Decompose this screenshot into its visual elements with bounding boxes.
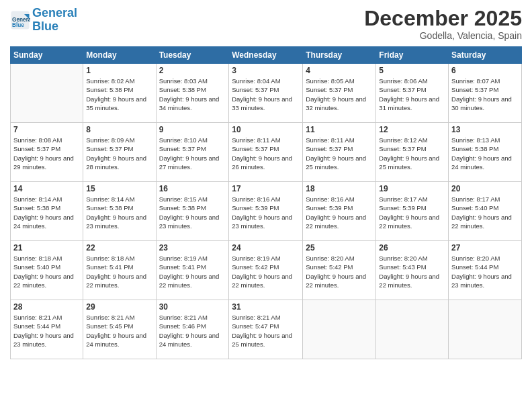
calendar-cell [449,300,522,359]
logo-icon: General Blue [10,10,30,30]
calendar-cell: 26Sunrise: 8:20 AM Sunset: 5:43 PM Dayli… [376,241,449,300]
day-info: Sunrise: 8:08 AM Sunset: 5:37 PM Dayligh… [13,136,80,171]
day-info: Sunrise: 8:16 AM Sunset: 5:39 PM Dayligh… [306,195,373,230]
day-number: 21 [13,243,80,253]
day-number: 9 [159,125,226,134]
calendar-cell: 28Sunrise: 8:21 AM Sunset: 5:44 PM Dayli… [11,300,83,359]
calendar-cell: 21Sunrise: 8:18 AM Sunset: 5:40 PM Dayli… [11,241,83,300]
day-info: Sunrise: 8:04 AM Sunset: 5:37 PM Dayligh… [232,77,300,112]
calendar-header-friday: Friday [376,47,449,64]
month-title: December 2025 [364,7,522,30]
calendar-header-row: SundayMondayTuesdayWednesdayThursdayFrid… [11,47,522,64]
day-info: Sunrise: 8:05 AM Sunset: 5:37 PM Dayligh… [306,77,373,112]
day-info: Sunrise: 8:14 AM Sunset: 5:38 PM Dayligh… [86,195,152,230]
day-number: 25 [306,243,373,253]
day-info: Sunrise: 8:17 AM Sunset: 5:40 PM Dayligh… [451,195,519,230]
day-info: Sunrise: 8:21 AM Sunset: 5:44 PM Dayligh… [13,313,80,349]
calendar-cell: 27Sunrise: 8:20 AM Sunset: 5:44 PM Dayli… [449,241,522,300]
calendar-cell: 20Sunrise: 8:17 AM Sunset: 5:40 PM Dayli… [449,182,522,241]
calendar-header-monday: Monday [83,47,156,64]
calendar-cell: 25Sunrise: 8:20 AM Sunset: 5:42 PM Dayli… [303,241,376,300]
day-info: Sunrise: 8:21 AM Sunset: 5:46 PM Dayligh… [159,313,226,349]
day-info: Sunrise: 8:20 AM Sunset: 5:42 PM Dayligh… [306,254,373,289]
calendar-cell: 19Sunrise: 8:17 AM Sunset: 5:39 PM Dayli… [376,182,449,241]
day-number: 28 [13,302,80,312]
day-info: Sunrise: 8:03 AM Sunset: 5:38 PM Dayligh… [159,77,226,112]
calendar-cell: 24Sunrise: 8:19 AM Sunset: 5:42 PM Dayli… [229,241,303,300]
day-number: 3 [232,66,300,75]
svg-text:Blue: Blue [12,22,24,28]
day-number: 6 [451,66,519,75]
calendar-cell: 1Sunrise: 8:02 AM Sunset: 5:38 PM Daylig… [83,64,156,123]
day-number: 27 [451,243,519,253]
calendar-header-tuesday: Tuesday [156,47,229,64]
calendar-header-thursday: Thursday [303,47,376,64]
day-number: 5 [379,66,445,75]
calendar-cell: 16Sunrise: 8:15 AM Sunset: 5:38 PM Dayli… [156,182,229,241]
day-number: 12 [379,125,445,134]
day-info: Sunrise: 8:15 AM Sunset: 5:38 PM Dayligh… [159,195,226,230]
calendar-cell: 23Sunrise: 8:19 AM Sunset: 5:41 PM Dayli… [156,241,229,300]
day-info: Sunrise: 8:17 AM Sunset: 5:39 PM Dayligh… [379,195,445,230]
day-number: 4 [306,66,373,75]
day-info: Sunrise: 8:13 AM Sunset: 5:38 PM Dayligh… [451,136,519,171]
calendar-header-sunday: Sunday [11,47,83,64]
calendar-week-row: 1Sunrise: 8:02 AM Sunset: 5:38 PM Daylig… [11,64,522,123]
day-info: Sunrise: 8:19 AM Sunset: 5:42 PM Dayligh… [232,254,300,289]
day-info: Sunrise: 8:21 AM Sunset: 5:47 PM Dayligh… [232,313,300,349]
day-number: 30 [159,302,226,312]
day-info: Sunrise: 8:12 AM Sunset: 5:37 PM Dayligh… [379,136,445,171]
day-number: 23 [159,243,226,253]
calendar-cell: 14Sunrise: 8:14 AM Sunset: 5:38 PM Dayli… [11,182,83,241]
day-info: Sunrise: 8:06 AM Sunset: 5:37 PM Dayligh… [379,77,445,112]
calendar-cell: 15Sunrise: 8:14 AM Sunset: 5:38 PM Dayli… [83,182,156,241]
logo-text: GeneralBlue [32,7,77,34]
day-number: 26 [379,243,445,253]
calendar-cell: 22Sunrise: 8:18 AM Sunset: 5:41 PM Dayli… [83,241,156,300]
day-number: 8 [86,125,152,134]
day-number: 17 [232,184,300,193]
day-number: 14 [13,184,80,193]
calendar-header-saturday: Saturday [449,47,522,64]
calendar-header-wednesday: Wednesday [229,47,303,64]
day-info: Sunrise: 8:07 AM Sunset: 5:37 PM Dayligh… [451,77,519,112]
day-number: 15 [86,184,152,193]
day-number: 1 [86,66,152,75]
calendar-cell: 9Sunrise: 8:10 AM Sunset: 5:37 PM Daylig… [156,123,229,182]
day-number: 2 [159,66,226,75]
calendar-cell: 12Sunrise: 8:12 AM Sunset: 5:37 PM Dayli… [376,123,449,182]
day-info: Sunrise: 8:18 AM Sunset: 5:41 PM Dayligh… [86,254,152,289]
calendar-cell [303,300,376,359]
title-area: December 2025 Godella, Valencia, Spain [364,7,522,41]
day-number: 13 [451,125,519,134]
day-number: 24 [232,243,300,253]
calendar-cell: 5Sunrise: 8:06 AM Sunset: 5:37 PM Daylig… [376,64,449,123]
calendar-cell: 17Sunrise: 8:16 AM Sunset: 5:39 PM Dayli… [229,182,303,241]
calendar-week-row: 7Sunrise: 8:08 AM Sunset: 5:37 PM Daylig… [11,123,522,182]
day-info: Sunrise: 8:14 AM Sunset: 5:38 PM Dayligh… [13,195,80,230]
day-info: Sunrise: 8:16 AM Sunset: 5:39 PM Dayligh… [232,195,300,230]
calendar-cell [11,64,83,123]
calendar-table: SundayMondayTuesdayWednesdayThursdayFrid… [10,46,522,359]
day-number: 16 [159,184,226,193]
calendar-cell: 4Sunrise: 8:05 AM Sunset: 5:37 PM Daylig… [303,64,376,123]
day-number: 10 [232,125,300,134]
day-info: Sunrise: 8:20 AM Sunset: 5:43 PM Dayligh… [379,254,445,289]
calendar-cell: 13Sunrise: 8:13 AM Sunset: 5:38 PM Dayli… [449,123,522,182]
calendar-cell: 3Sunrise: 8:04 AM Sunset: 5:37 PM Daylig… [229,64,303,123]
day-number: 20 [451,184,519,193]
calendar-cell: 6Sunrise: 8:07 AM Sunset: 5:37 PM Daylig… [449,64,522,123]
day-number: 7 [13,125,80,134]
day-info: Sunrise: 8:19 AM Sunset: 5:41 PM Dayligh… [159,254,226,289]
location: Godella, Valencia, Spain [364,30,522,41]
calendar-cell: 29Sunrise: 8:21 AM Sunset: 5:45 PM Dayli… [83,300,156,359]
day-info: Sunrise: 8:11 AM Sunset: 5:37 PM Dayligh… [306,136,373,171]
calendar-cell: 31Sunrise: 8:21 AM Sunset: 5:47 PM Dayli… [229,300,303,359]
calendar-cell [376,300,449,359]
calendar-week-row: 14Sunrise: 8:14 AM Sunset: 5:38 PM Dayli… [11,182,522,241]
day-number: 29 [86,302,152,312]
day-info: Sunrise: 8:02 AM Sunset: 5:38 PM Dayligh… [86,77,152,112]
calendar-cell: 18Sunrise: 8:16 AM Sunset: 5:39 PM Dayli… [303,182,376,241]
day-number: 11 [306,125,373,134]
calendar-cell: 10Sunrise: 8:11 AM Sunset: 5:37 PM Dayli… [229,123,303,182]
